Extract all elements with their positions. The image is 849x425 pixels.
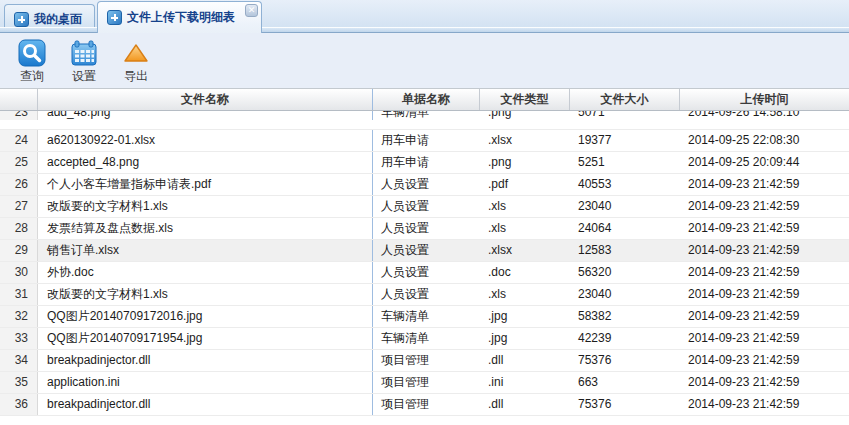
file-type-cell: .ini [480,372,570,393]
file-size-cell: 40553 [570,174,680,195]
row-number-cell: 34 [0,350,38,371]
doc-name-cell: 人员设置 [373,262,480,283]
row-number-cell: 27 [0,196,38,217]
upload-time-cell: 2014-09-23 21:42:59 [680,196,849,217]
file-type-cell: .jpg [480,306,570,327]
tab-file-upload-detail[interactable]: 文件上传下载明细表 ✕ [97,1,262,33]
table-row[interactable]: 35 application.ini 项目管理 .ini 663 2014-09… [0,372,849,394]
export-button-label: 导出 [124,68,148,85]
header-upload-time[interactable]: 上传时间 [680,89,849,110]
table-row[interactable]: 33 QQ图片20140709171954.jpg 车辆清单 .jpg 4223… [0,328,849,350]
upload-time-cell: 2014-09-25 20:09:44 [680,152,849,173]
table-row[interactable]: 28 发票结算及盘点数据.xls 人员设置 .xls 24064 2014-09… [0,218,849,240]
file-detail-grid: 文件名称 单据名称 文件类型 文件大小 上传时间 23 add_48.png 车… [0,88,849,425]
file-name-cell: 个人小客车增量指标申请表.pdf [38,174,373,195]
table-row[interactable]: 23 add_48.png 车辆清单 .png 5071 2014-09-26 … [0,111,849,130]
grid-header: 文件名称 单据名称 文件类型 文件大小 上传时间 [0,89,849,111]
upload-time-cell: 2014-09-23 21:42:59 [680,218,849,239]
header-doc-name[interactable]: 单据名称 [373,89,480,110]
query-button-label: 查询 [20,68,44,85]
file-name-cell: 发票结算及盘点数据.xls [38,218,373,239]
file-type-cell: .jpg [480,328,570,349]
doc-name-cell: 车辆清单 [373,111,480,120]
table-row[interactable]: 27 改版要的文字材料1.xls 人员设置 .xls 23040 2014-09… [0,196,849,218]
upload-time-cell: 2014-09-23 21:42:59 [680,174,849,195]
row-number-cell: 24 [0,130,38,151]
file-size-cell: 24064 [570,218,680,239]
file-size-cell: 42239 [570,328,680,349]
file-name-cell: 销售订单.xlsx [38,240,373,261]
file-type-cell: .xlsx [480,130,570,151]
table-row[interactable]: 30 外协.doc 人员设置 .doc 56320 2014-09-23 21:… [0,262,849,284]
file-type-cell: .xls [480,284,570,305]
file-name-cell: 外协.doc [38,262,373,283]
tab-bar: 我的桌面 文件上传下载明细表 ✕ [0,0,849,33]
file-name-cell: QQ图片20140709171954.jpg [38,328,373,349]
upload-time-cell: 2014-09-26 14:58:10 [680,111,849,120]
table-row[interactable]: 32 QQ图片20140709172016.jpg 车辆清单 .jpg 5838… [0,306,849,328]
row-number-cell: 25 [0,152,38,173]
table-row[interactable]: 26 个人小客车增量指标申请表.pdf 人员设置 .pdf 40553 2014… [0,174,849,196]
window-plus-icon [107,10,122,25]
file-size-cell: 75376 [570,350,680,371]
row-number-cell: 28 [0,218,38,239]
file-name-cell: breakpadinjector.dll [38,350,373,371]
file-size-cell: 12583 [570,240,680,261]
file-size-cell: 75376 [570,394,680,415]
upload-time-cell: 2014-09-23 21:42:59 [680,284,849,305]
upload-time-cell: 2014-09-23 21:42:59 [680,372,849,393]
tab-label: 文件上传下载明细表 [127,9,235,26]
file-name-cell: 改版要的文字材料1.xls [38,196,373,217]
table-row[interactable]: 36 breakpadinjector.dll 项目管理 .dll 75376 … [0,394,849,416]
doc-name-cell: 项目管理 [373,394,480,415]
row-number-cell: 36 [0,394,38,415]
file-name-cell: application.ini [38,372,373,393]
table-row[interactable]: 29 销售订单.xlsx 人员设置 .xlsx 12583 2014-09-23… [0,240,849,262]
file-type-cell: .pdf [480,174,570,195]
settings-button-label: 设置 [72,68,96,85]
file-size-cell: 58382 [570,306,680,327]
upload-time-cell: 2014-09-23 21:42:59 [680,306,849,327]
row-number-cell: 30 [0,262,38,283]
query-button[interactable]: 查询 [8,37,56,85]
header-file-type[interactable]: 文件类型 [480,89,570,110]
file-type-cell: .doc [480,262,570,283]
header-file-name[interactable]: 文件名称 [38,89,373,110]
tab-label: 我的桌面 [34,11,82,28]
doc-name-cell: 用车申请 [373,130,480,151]
doc-name-cell: 人员设置 [373,174,480,195]
header-file-size[interactable]: 文件大小 [570,89,680,110]
table-row[interactable]: 24 a620130922-01.xlsx 用车申请 .xlsx 19377 2… [0,130,849,152]
file-name-cell: QQ图片20140709172016.jpg [38,306,373,327]
file-size-cell: 23040 [570,284,680,305]
file-name-cell: 改版要的文字材料1.xls [38,284,373,305]
upload-time-cell: 2014-09-23 21:42:59 [680,394,849,415]
export-triangle-icon [122,39,150,67]
file-name-cell: accepted_48.png [38,152,373,173]
table-row[interactable]: 31 改版要的文字材料1.xls 人员设置 .xls 23040 2014-09… [0,284,849,306]
export-button[interactable]: 导出 [112,37,160,85]
row-number-cell: 29 [0,240,38,261]
file-type-cell: .xls [480,196,570,217]
file-type-cell: .xls [480,218,570,239]
doc-name-cell: 人员设置 [373,196,480,217]
table-row[interactable]: 34 breakpadinjector.dll 项目管理 .dll 75376 … [0,350,849,372]
doc-name-cell: 项目管理 [373,372,480,393]
file-type-cell: .png [480,152,570,173]
upload-time-cell: 2014-09-23 21:42:59 [680,240,849,261]
table-row[interactable]: 25 accepted_48.png 用车申请 .png 5251 2014-0… [0,152,849,174]
upload-time-cell: 2014-09-23 21:42:59 [680,328,849,349]
file-type-cell: .dll [480,394,570,415]
file-type-cell: .dll [480,350,570,371]
row-number-cell: 35 [0,372,38,393]
upload-time-cell: 2014-09-23 21:42:59 [680,262,849,283]
row-number-cell: 33 [0,328,38,349]
doc-name-cell: 人员设置 [373,218,480,239]
doc-name-cell: 车辆清单 [373,306,480,327]
calendar-icon [70,39,98,67]
file-size-cell: 56320 [570,262,680,283]
tab-close-icon[interactable]: ✕ [245,4,258,17]
settings-button[interactable]: 设置 [60,37,108,85]
doc-name-cell: 用车申请 [373,152,480,173]
row-number-cell: 32 [0,306,38,327]
